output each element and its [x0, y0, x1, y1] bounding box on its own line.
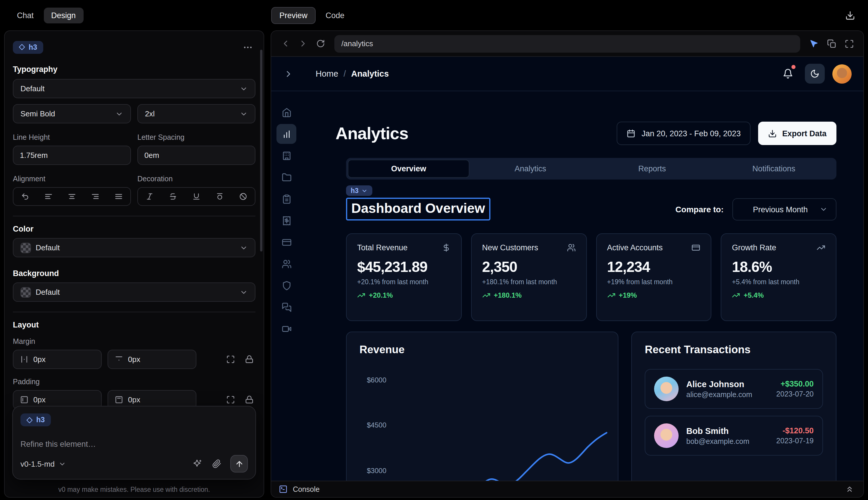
tab-notifications[interactable]: Notifications	[713, 160, 835, 178]
tab-overview[interactable]: Overview	[348, 160, 470, 178]
letter-spacing-input[interactable]	[144, 151, 248, 160]
trending-up-icon	[357, 291, 365, 299]
refine-input[interactable]	[21, 433, 248, 455]
expand-console-button[interactable]	[843, 483, 856, 496]
selected-tag-badge[interactable]: h3	[346, 185, 373, 196]
design-panel-header: h3	[13, 31, 255, 54]
divider	[13, 312, 255, 312]
avatar	[654, 377, 679, 401]
tab-chat[interactable]: Chat	[9, 7, 41, 23]
margin-y-input[interactable]	[128, 355, 189, 364]
enhance-prompt-button[interactable]	[192, 458, 204, 469]
console-bar[interactable]: Console	[271, 481, 863, 497]
padding-x-input[interactable]	[33, 395, 95, 404]
download-button[interactable]	[841, 7, 859, 24]
panel-scrollbar[interactable]	[260, 50, 263, 251]
transaction-amount: +$350.00	[776, 379, 814, 388]
refresh-icon	[316, 39, 325, 48]
compare-select[interactable]: Previous Month	[732, 198, 836, 220]
padding-lock-button[interactable]	[243, 393, 255, 406]
font-family-select[interactable]: Default	[13, 79, 255, 98]
margin-row	[13, 350, 255, 369]
credit-card-icon	[281, 237, 291, 247]
sidebar-item-projects[interactable]	[277, 167, 296, 187]
composer-element-badge[interactable]: h3	[21, 413, 50, 426]
forward-button[interactable]	[294, 35, 311, 52]
section-heading-selected[interactable]: Dashboard Overview	[346, 198, 490, 220]
sidebar-item-members[interactable]	[277, 254, 296, 274]
left-tab-group: Chat Design	[0, 7, 267, 23]
expand-icon	[226, 355, 235, 364]
reset-alignment-button[interactable]	[13, 188, 37, 205]
stat-label: Growth Rate	[732, 243, 776, 252]
notification-dot	[791, 65, 796, 69]
sidebar-item-invoices[interactable]	[277, 211, 296, 230]
font-weight-select[interactable]: Semi Bold	[13, 104, 131, 123]
chevron-down-icon	[240, 243, 248, 252]
more-menu-button[interactable]	[240, 39, 255, 55]
color-select[interactable]: Default	[13, 238, 255, 257]
console-icon	[279, 485, 288, 493]
align-left-button[interactable]	[37, 188, 60, 205]
model-select[interactable]: v0-1.5-md	[21, 459, 66, 468]
stat-card-total-revenue: Total Revenue $45,231.89 +20.1% from las…	[346, 233, 462, 321]
sidebar-toggle-button[interactable]	[279, 65, 297, 82]
model-name: v0-1.5-md	[21, 459, 55, 468]
date-range-button[interactable]: Jan 20, 2023 - Feb 09, 2023	[616, 122, 751, 145]
theme-toggle-button[interactable]	[805, 64, 825, 84]
line-height-field	[13, 146, 131, 165]
italic-button[interactable]	[138, 188, 161, 205]
fullscreen-button[interactable]	[841, 35, 857, 52]
avatar[interactable]	[832, 64, 852, 83]
ellipsis-icon	[243, 42, 253, 52]
sidebar-item-payments[interactable]	[277, 232, 296, 252]
margin-lock-button[interactable]	[243, 353, 255, 366]
url-input[interactable]	[342, 39, 793, 48]
sidebar-item-analytics[interactable]	[277, 124, 296, 144]
tab-analytics[interactable]: Analytics	[470, 160, 591, 178]
sidebar-item-video[interactable]	[277, 319, 296, 339]
export-data-label: Export Data	[782, 129, 826, 138]
stat-label: Active Accounts	[607, 243, 663, 252]
sidebar-item-organization[interactable]	[277, 146, 296, 166]
tab-reports[interactable]: Reports	[591, 160, 713, 178]
align-right-button[interactable]	[84, 188, 107, 205]
underline-button[interactable]	[185, 188, 208, 205]
align-center-button[interactable]	[60, 188, 84, 205]
overline-button[interactable]	[208, 188, 231, 205]
alignment-label: Alignment	[13, 175, 131, 183]
breadcrumb-home[interactable]: Home	[316, 69, 338, 78]
background-select[interactable]: Default	[13, 283, 255, 302]
copy-preview-button[interactable]	[824, 35, 840, 52]
selected-element-badge[interactable]: h3	[13, 41, 43, 54]
margin-x-input[interactable]	[33, 355, 95, 364]
send-button[interactable]	[230, 455, 248, 473]
sidebar-item-home[interactable]	[277, 102, 296, 122]
font-size-select[interactable]: 2xl	[137, 104, 255, 123]
align-justify-button[interactable]	[107, 188, 130, 205]
padding-y-input[interactable]	[128, 395, 189, 404]
revenue-chart-card: Revenue $6000 $4500 $3000	[346, 332, 618, 481]
sidebar-item-tasks[interactable]	[277, 189, 296, 209]
back-button[interactable]	[277, 35, 293, 52]
export-data-button[interactable]: Export Data	[758, 122, 836, 145]
line-height-input[interactable]	[20, 151, 124, 160]
refresh-button[interactable]	[312, 35, 328, 52]
clear-decoration-icon	[239, 192, 247, 201]
sidebar-item-security[interactable]	[277, 275, 296, 295]
select-element-mode-button[interactable]	[806, 35, 822, 52]
tab-design[interactable]: Design	[44, 7, 83, 23]
padding-expand-button[interactable]	[224, 393, 237, 406]
tab-preview[interactable]: Preview	[271, 7, 316, 24]
color-value: Default	[36, 243, 235, 252]
margin-expand-button[interactable]	[224, 353, 237, 366]
users-icon	[567, 243, 576, 252]
sidebar-item-messages[interactable]	[277, 297, 296, 317]
strikethrough-button[interactable]	[161, 188, 185, 205]
notifications-button[interactable]	[778, 64, 797, 83]
attach-button[interactable]	[211, 458, 223, 469]
clear-decoration-button[interactable]	[231, 188, 255, 205]
line-height-label: Line Height	[13, 133, 131, 141]
chat-composer: h3 v0-1.5-md	[12, 406, 256, 479]
tab-code[interactable]: Code	[318, 7, 352, 23]
